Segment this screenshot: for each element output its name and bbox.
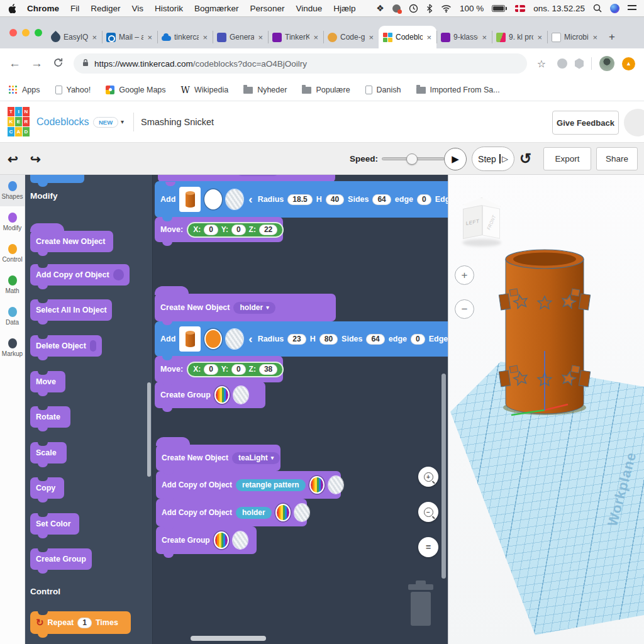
palette-block-scale[interactable]: Scale — [30, 442, 67, 464]
wifi-icon[interactable] — [441, 4, 452, 13]
z-input[interactable]: 22 — [259, 225, 277, 235]
tab-code-ge[interactable]: Code-ge× — [323, 26, 379, 48]
close-icon[interactable]: × — [536, 33, 543, 42]
minimize-window-button[interactable] — [22, 29, 30, 36]
danish-flag-icon[interactable] — [515, 5, 525, 12]
menu-rediger[interactable]: Rediger — [91, 4, 120, 13]
dropbox-icon[interactable]: ❖ — [376, 3, 384, 13]
bookmark-folder-imported[interactable]: Imported From Sa... — [416, 86, 500, 94]
notification-center-icon[interactable] — [628, 5, 636, 11]
tab-easyiq[interactable]: EasyIQ -× — [47, 26, 102, 48]
radius-input[interactable]: 23 — [287, 334, 306, 345]
object-ref-pill[interactable]: retangle pattern — [236, 479, 306, 491]
x-input[interactable]: 0 — [204, 364, 218, 375]
tab-teams-general[interactable]: General× — [213, 26, 268, 48]
x-input[interactable]: 0 — [204, 225, 218, 235]
play-button[interactable]: ▶ — [444, 148, 467, 170]
restart-button[interactable]: ↺ — [519, 143, 531, 175]
view-cube[interactable]: LEFT FRONT — [462, 197, 502, 248]
viewport-zoom-in-button[interactable]: + — [455, 265, 474, 285]
palette-block-repeat[interactable]: ↻Repeat1Times — [30, 611, 131, 634]
tab-9kl-pro[interactable]: 9. kl pro× — [492, 26, 547, 48]
close-window-button[interactable] — [9, 29, 17, 36]
z-input[interactable]: 38 — [259, 364, 277, 375]
sides-input[interactable]: 64 — [372, 194, 391, 205]
tab-codeblocks-active[interactable]: Codeblo× — [379, 26, 436, 48]
bookmark-star-icon[interactable]: ☆ — [537, 58, 546, 70]
time-machine-icon[interactable] — [409, 4, 418, 13]
chevron-down-icon[interactable]: ▾ — [121, 118, 124, 125]
edge-input[interactable]: 0 — [411, 334, 425, 345]
close-icon[interactable]: × — [91, 33, 97, 42]
redo-button[interactable]: ↪ — [30, 143, 41, 175]
undo-button[interactable]: ↩ — [8, 143, 18, 175]
document-title[interactable]: Smashing Snicket — [141, 117, 214, 127]
y-input[interactable]: 0 — [231, 364, 246, 375]
material-swatch[interactable] — [233, 386, 248, 404]
palette-block-add-copy-of-object[interactable]: Add Copy of Object — [30, 264, 130, 286]
address-bar[interactable]: https://www.tinkercad.com/codeblocks?doc… — [74, 53, 527, 74]
tealight-holder-model[interactable] — [485, 245, 604, 434]
repeat-count-pill[interactable]: 1 — [77, 618, 92, 628]
block-add-cylinder-holder[interactable]: Add ‹ Radius23 H80 Sides64 edge0 Edge St… — [155, 321, 448, 357]
notification-app-icon[interactable] — [392, 4, 401, 13]
object-name-dropdown[interactable]: candle▾ — [236, 175, 279, 176]
y-input[interactable]: 0 — [231, 225, 246, 235]
tab-microbit[interactable]: Microbit× — [547, 26, 602, 48]
material-swatch[interactable] — [226, 329, 243, 349]
object-name-dropdown[interactable]: teaLight▾ — [232, 452, 280, 464]
zoom-out-button[interactable]: − — [418, 502, 438, 522]
block-add-copy-rectangle-pattern[interactable]: Add Copy of Object retangle pattern — [156, 471, 341, 499]
height-input[interactable]: 40 — [326, 194, 344, 205]
menu-fil[interactable]: Fil — [70, 4, 79, 13]
height-input[interactable]: 80 — [319, 334, 338, 345]
close-icon[interactable]: × — [257, 33, 264, 42]
multicolor-swatch[interactable] — [214, 531, 229, 549]
sidebar-item-shapes[interactable]: Shapes — [0, 175, 25, 206]
view-cube-left-face[interactable]: LEFT — [463, 205, 482, 239]
collapse-chevron-icon[interactable]: ‹ — [248, 332, 252, 346]
palette-scrollbar[interactable] — [147, 382, 151, 477]
palette-block-set-color[interactable]: Set Color — [30, 513, 79, 535]
menu-personer[interactable]: Personer — [250, 4, 285, 13]
palette-block-move[interactable]: Move — [30, 371, 65, 392]
palette-block-clipped[interactable] — [30, 175, 84, 183]
palette-block-select-all-in-object[interactable]: Select All In Object — [30, 299, 112, 321]
close-icon[interactable]: × — [368, 33, 374, 42]
forward-button[interactable]: → — [31, 57, 43, 70]
menu-vindue[interactable]: Vindue — [296, 4, 322, 13]
bookmark-folder-nyheder[interactable]: Nyheder — [243, 86, 287, 94]
block-add-copy-holder[interactable]: Add Copy of Object holder — [156, 499, 307, 526]
edge-input[interactable]: 0 — [417, 194, 431, 205]
block-create-new-object-tealight[interactable]: Create New ObjectteaLight▾ — [156, 445, 280, 471]
color-swatch[interactable] — [204, 329, 222, 349]
bluetooth-icon[interactable] — [426, 4, 433, 13]
close-icon[interactable]: × — [592, 33, 598, 42]
tinkercad-logo[interactable]: TIN KER CAD — [8, 107, 30, 136]
palette-block-rotate[interactable]: Rotate — [30, 406, 70, 428]
menubar-clock[interactable]: ons. 13.52.25 — [533, 4, 585, 13]
close-icon[interactable]: × — [481, 33, 487, 42]
apple-menu-icon[interactable] — [8, 4, 16, 13]
sides-input[interactable]: 64 — [366, 334, 384, 345]
menu-historik[interactable]: Historik — [155, 4, 183, 13]
bookmark-folder-populaere[interactable]: Populære — [302, 86, 350, 94]
shape-preview[interactable] — [179, 326, 201, 352]
palette-block-delete-object[interactable]: Delete Object — [30, 335, 102, 357]
zoom-in-button[interactable]: + — [418, 467, 438, 487]
block-move-candle[interactable]: Move: X:0 Y:0 Z:22 — [155, 217, 283, 242]
palette-block-create-new-object[interactable]: Create New Object — [30, 231, 113, 252]
close-icon[interactable]: × — [147, 33, 153, 42]
material-swatch[interactable] — [328, 476, 343, 494]
tab-mail[interactable]: Mail – an× — [102, 26, 157, 48]
block-add-cylinder-candle[interactable]: Add ‹ Radius18.5 H40 Sides64 edge0 Edge … — [155, 181, 448, 218]
block-create-new-object-holder[interactable]: Create New Objectholder▾ — [155, 294, 336, 321]
extension-icon-1[interactable] — [557, 58, 567, 69]
new-tab-button[interactable]: + — [602, 26, 621, 48]
spotlight-icon[interactable] — [593, 4, 602, 13]
canvas-horizontal-scrollbar[interactable] — [191, 636, 266, 641]
bookmark-google-maps[interactable]: Google Maps — [106, 86, 165, 94]
material-swatch[interactable] — [294, 504, 309, 521]
color-swatch[interactable] — [204, 189, 222, 209]
reload-button[interactable] — [53, 57, 64, 70]
